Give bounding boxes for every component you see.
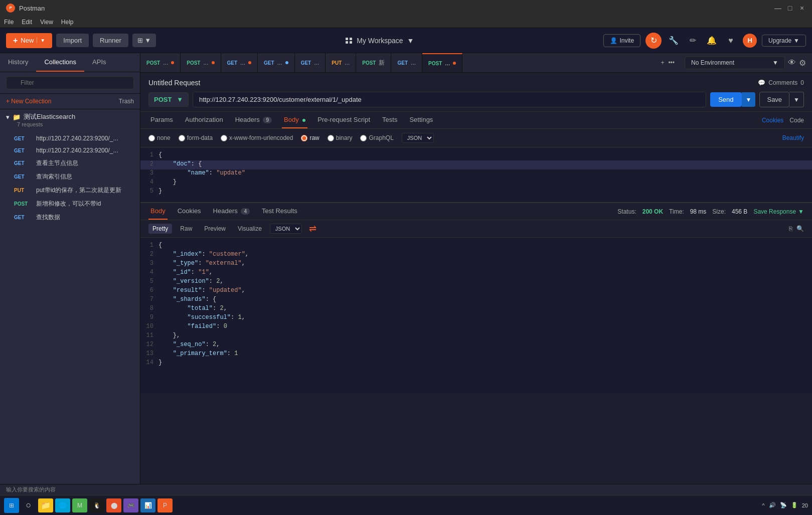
method-chevron: ▼ bbox=[177, 96, 183, 103]
send-dropdown-button[interactable]: ▼ bbox=[742, 92, 756, 107]
new-collection-button[interactable]: + New Collection bbox=[6, 98, 51, 105]
refresh-button[interactable]: ↻ bbox=[645, 33, 662, 49]
raw-button[interactable]: Raw bbox=[176, 224, 196, 234]
wrap-icon[interactable]: ⇌ bbox=[309, 223, 316, 234]
sync-button[interactable]: ⊞ ▼ bbox=[132, 34, 156, 47]
app-icon-4[interactable]: 📊 bbox=[140, 498, 155, 512]
import-button[interactable]: Import bbox=[56, 34, 89, 47]
runner-button[interactable]: Runner bbox=[93, 34, 128, 47]
radio-graphql[interactable]: GraphQL bbox=[360, 134, 393, 141]
tab-item[interactable]: POST ... bbox=[140, 53, 181, 72]
search-icon[interactable]: 🔍 bbox=[796, 225, 804, 232]
menu-file[interactable]: File bbox=[4, 19, 14, 26]
list-item[interactable]: GET http://120.27.240.223:9200/_... bbox=[0, 132, 140, 144]
tab-apis[interactable]: APIs bbox=[84, 53, 114, 72]
beautify-link[interactable]: Beautify bbox=[782, 134, 804, 141]
eye-icon[interactable]: 👁 bbox=[788, 58, 796, 67]
app-icon-3[interactable]: 🎮 bbox=[123, 498, 138, 512]
app-icon-1[interactable]: M bbox=[72, 498, 87, 512]
minimize-icon[interactable]: — bbox=[774, 4, 782, 12]
app-icon-2[interactable]: 🐧 bbox=[89, 498, 104, 512]
url-input[interactable] bbox=[193, 92, 706, 107]
new-button[interactable]: + New ▼ bbox=[6, 33, 52, 48]
code-link[interactable]: Code bbox=[789, 117, 804, 124]
trash-button[interactable]: Trash bbox=[119, 98, 134, 105]
pretty-button[interactable]: Pretty bbox=[148, 224, 172, 234]
heart-icon[interactable]: ♥ bbox=[724, 34, 738, 48]
tab-item[interactable]: GET ... bbox=[221, 53, 258, 72]
copy-icon[interactable]: ⎘ bbox=[789, 225, 792, 232]
radio-none[interactable]: none bbox=[148, 134, 171, 141]
resp-tab-cookies[interactable]: Cookies bbox=[176, 203, 203, 220]
resp-format-selector[interactable]: JSON bbox=[270, 224, 302, 234]
method-selector[interactable]: POST ▼ bbox=[148, 92, 189, 107]
tab-params[interactable]: Params bbox=[148, 112, 175, 128]
tab-item[interactable]: GET ... bbox=[258, 53, 295, 72]
radio-raw[interactable]: raw bbox=[301, 134, 319, 141]
search-input[interactable] bbox=[6, 76, 134, 89]
menu-help[interactable]: Help bbox=[61, 19, 74, 26]
tab-collections[interactable]: Collections bbox=[36, 53, 84, 72]
tab-item[interactable]: PUT ... bbox=[326, 53, 356, 72]
start-button[interactable]: ⊞ bbox=[4, 498, 19, 513]
resp-tab-headers[interactable]: Headers 4 bbox=[211, 203, 252, 220]
radio-form-data[interactable]: form-data bbox=[179, 134, 213, 141]
list-item[interactable]: GET 查看主节点信息 bbox=[0, 156, 140, 170]
list-item[interactable]: GET 查询索引信息 bbox=[0, 170, 140, 184]
list-item[interactable]: PUT put带id的保存，第二次就是更新 bbox=[0, 184, 140, 197]
save-dropdown-button[interactable]: ▼ bbox=[789, 92, 804, 107]
avatar[interactable]: H bbox=[743, 34, 757, 48]
bell-icon[interactable]: 🔔 bbox=[705, 34, 719, 48]
more-tabs-icon[interactable]: ••• bbox=[668, 59, 675, 66]
request-body-editor[interactable]: 1 { 2 "doc": { 3 "name": "update" 4 } 5 … bbox=[140, 147, 812, 203]
app-icon-postman[interactable]: P bbox=[157, 498, 173, 512]
list-item[interactable]: GET 查找数据 bbox=[0, 211, 140, 224]
format-selector[interactable]: JSON bbox=[402, 133, 434, 143]
radio-urlencoded[interactable]: x-www-form-urlencoded bbox=[221, 134, 293, 141]
resp-tab-test-results[interactable]: Test Results bbox=[260, 203, 299, 220]
invite-button[interactable]: 👤 Invite bbox=[603, 34, 640, 47]
save-button[interactable]: Save bbox=[759, 92, 789, 107]
maximize-icon[interactable]: □ bbox=[786, 4, 794, 12]
tab-settings[interactable]: Settings bbox=[407, 112, 435, 128]
visualize-button[interactable]: Visualize bbox=[234, 224, 266, 234]
tab-item-active[interactable]: POST ... bbox=[422, 53, 462, 72]
tab-authorization[interactable]: Authorization bbox=[183, 112, 225, 128]
send-button[interactable]: Send bbox=[710, 92, 741, 107]
tab-prerequest[interactable]: Pre-request Script bbox=[315, 112, 372, 128]
feather-icon[interactable]: ✏ bbox=[686, 34, 700, 48]
response-body-editor[interactable]: 1 { 2 "_index": "customer", 3 "_type": "… bbox=[140, 238, 812, 393]
menu-edit[interactable]: Edit bbox=[22, 19, 32, 26]
env-selector[interactable]: No Environment ▼ bbox=[685, 56, 785, 69]
tab-history[interactable]: History bbox=[0, 53, 36, 72]
file-explorer[interactable]: 📁 bbox=[38, 498, 53, 512]
workspace-selector[interactable]: My Workspace ▼ bbox=[160, 37, 599, 45]
app-icon-chrome[interactable]: ⬤ bbox=[106, 498, 121, 512]
close-icon[interactable]: × bbox=[798, 4, 806, 12]
comments-section: 💬 Comments 0 bbox=[758, 79, 804, 86]
ie-icon[interactable]: 🌐 bbox=[55, 498, 70, 512]
tab-body[interactable]: Body bbox=[282, 112, 307, 128]
add-tab-icon[interactable]: + bbox=[661, 59, 664, 66]
menu-view[interactable]: View bbox=[40, 19, 53, 26]
tab-item[interactable]: POST ... bbox=[181, 53, 221, 72]
tab-item[interactable]: GET ... bbox=[295, 53, 326, 72]
cookies-link[interactable]: Cookies bbox=[762, 117, 783, 124]
upgrade-button[interactable]: Upgrade ▼ bbox=[762, 35, 806, 47]
save-response-button[interactable]: Save Response ▼ bbox=[753, 208, 804, 215]
tab-headers[interactable]: Headers 9 bbox=[233, 112, 274, 128]
preview-button[interactable]: Preview bbox=[200, 224, 230, 234]
tab-item[interactable]: GET ... bbox=[391, 53, 422, 72]
list-item[interactable]: POST 新增和修改，可以不带id bbox=[0, 197, 140, 211]
resp-tab-body[interactable]: Body bbox=[148, 203, 168, 220]
radio-binary[interactable]: binary bbox=[328, 134, 353, 141]
method-badge: PUT bbox=[14, 188, 32, 193]
settings-icon[interactable]: ⚙ bbox=[799, 58, 806, 68]
wrench-icon[interactable]: 🔧 bbox=[667, 34, 681, 48]
collection-header[interactable]: ▾ 📁 测试Elasticsearch bbox=[6, 112, 134, 121]
req-tab-right: Cookies Code bbox=[762, 112, 804, 128]
tab-tests[interactable]: Tests bbox=[380, 112, 399, 128]
search-taskbar[interactable]: ○ bbox=[21, 498, 36, 513]
tab-item[interactable]: POST 新 bbox=[356, 53, 391, 72]
list-item[interactable]: GET http://120.27.240.223:9200/_... bbox=[0, 144, 140, 156]
